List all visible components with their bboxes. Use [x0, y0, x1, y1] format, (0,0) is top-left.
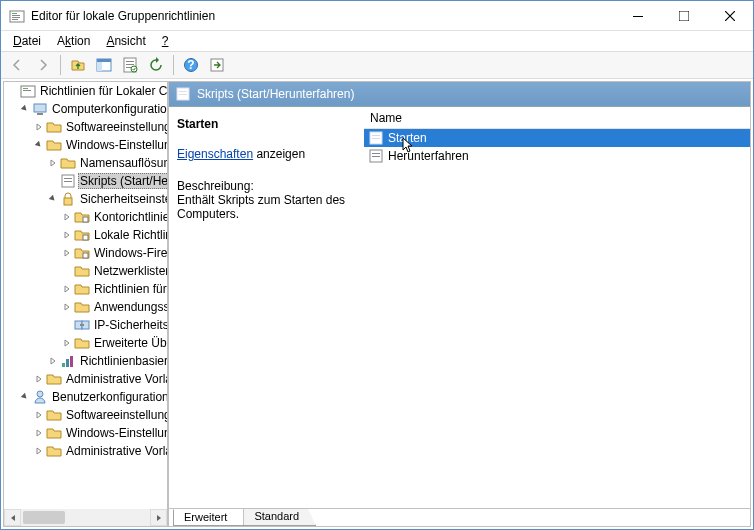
content-title: Skripts (Start/Herunterfahren) [197, 87, 354, 101]
tree-security[interactable]: Sicherheitseinstellungen [4, 190, 167, 208]
properties-link[interactable]: Eigenschaften [177, 147, 253, 161]
folder-icon [74, 299, 90, 315]
svg-rect-1 [12, 13, 17, 14]
list-item-herunterfahren[interactable]: Herunterfahren [364, 147, 750, 165]
selected-item-name: Starten [177, 117, 356, 131]
expand-icon[interactable] [60, 210, 74, 224]
refresh-button[interactable] [144, 53, 168, 77]
tree-view[interactable]: Richtlinien für Lokaler Computer Compute… [4, 82, 167, 509]
folder-icon [74, 263, 90, 279]
svg-rect-24 [64, 178, 72, 179]
computer-icon [32, 101, 48, 117]
svg-rect-12 [126, 64, 134, 65]
svg-rect-13 [126, 67, 131, 68]
scroll-track[interactable] [21, 509, 150, 526]
tree-windows2[interactable]: Windows-Einstellungen [4, 424, 167, 442]
back-button[interactable] [5, 53, 29, 77]
tree-userconfig[interactable]: Benutzerkonfiguration [4, 388, 167, 406]
list-item-label: Starten [388, 131, 427, 145]
tree-admin2[interactable]: Administrative Vorlagen [4, 442, 167, 460]
show-hide-tree-button[interactable] [92, 53, 116, 77]
tree-software2[interactable]: Softwareeinstellungen [4, 406, 167, 424]
collapse-icon[interactable] [18, 390, 32, 404]
expand-icon[interactable] [46, 354, 60, 368]
content-pane: Skripts (Start/Herunterfahren) Starten E… [168, 81, 751, 527]
tree-software1[interactable]: Softwareeinstellungen [4, 118, 167, 136]
menu-help[interactable]: ? [156, 32, 175, 50]
tree-account[interactable]: Kontorichtlinien [4, 208, 167, 226]
folder-icon [46, 443, 62, 459]
content-header: Skripts (Start/Herunterfahren) [169, 82, 750, 107]
svg-rect-39 [179, 94, 187, 95]
toolbar: ? [1, 51, 753, 79]
tree-root[interactable]: Richtlinien für Lokaler Computer [4, 82, 167, 100]
folder-icon [74, 335, 90, 351]
tree-ipsec[interactable]: IP-Sicherheitsrichtlinien [4, 316, 167, 334]
tree-computerconfig[interactable]: Computerkonfiguration [4, 100, 167, 118]
svg-rect-35 [70, 356, 73, 367]
description-column: Starten Eigenschaften anzeigen Beschreib… [169, 107, 364, 508]
tree-local[interactable]: Lokale Richtlinien [4, 226, 167, 244]
tab-standard[interactable]: Standard [243, 509, 316, 526]
tree-pubkey[interactable]: Richtlinien für öffentliche Schlüssel [4, 280, 167, 298]
description-text: Enthält Skripts zum Starten des Computer… [177, 193, 356, 221]
tree-winfw[interactable]: Windows-Firewall [4, 244, 167, 262]
expand-icon[interactable] [60, 228, 74, 242]
svg-rect-9 [97, 62, 102, 71]
menu-action[interactable]: Aktion [51, 32, 96, 50]
svg-rect-20 [23, 90, 31, 91]
svg-rect-0 [10, 11, 24, 22]
menu-view[interactable]: Ansicht [100, 32, 151, 50]
expand-icon[interactable] [32, 444, 46, 458]
content-body: Starten Eigenschaften anzeigen Beschreib… [169, 107, 750, 508]
list-item-label: Herunterfahren [388, 149, 469, 163]
column-header-name[interactable]: Name [364, 107, 750, 129]
close-button[interactable] [707, 1, 753, 31]
expand-icon[interactable] [32, 426, 46, 440]
expand-icon[interactable] [60, 246, 74, 260]
folder-icon [46, 119, 62, 135]
tree-horizontal-scrollbar[interactable] [4, 509, 167, 526]
list-item-starten[interactable]: Starten [364, 129, 750, 147]
tree-policybased[interactable]: Richtlinienbasierter QoS [4, 352, 167, 370]
collapse-icon[interactable] [18, 102, 32, 116]
properties-button[interactable] [118, 53, 142, 77]
ipsec-icon [74, 317, 90, 333]
menu-bar: Datei Aktion Ansicht ? [1, 31, 753, 51]
description-label: Beschreibung: [177, 179, 356, 193]
collapse-icon[interactable] [46, 192, 60, 206]
expand-icon[interactable] [32, 408, 46, 422]
tab-erweitert[interactable]: Erweitert [173, 509, 244, 526]
minimize-button[interactable] [615, 1, 661, 31]
scroll-right-button[interactable] [150, 509, 167, 526]
tree-windows1[interactable]: Windows-Einstellungen [4, 136, 167, 154]
expand-icon[interactable] [32, 120, 46, 134]
scripts-icon [60, 173, 76, 189]
forward-button[interactable] [31, 53, 55, 77]
expand-icon[interactable] [46, 156, 60, 170]
help-button[interactable]: ? [179, 53, 203, 77]
scroll-thumb[interactable] [23, 511, 65, 524]
scroll-left-button[interactable] [4, 509, 21, 526]
tree-scripts[interactable]: Skripts (Start/Herunterfahren) [4, 172, 167, 190]
action-button[interactable] [205, 53, 229, 77]
expand-icon[interactable] [32, 372, 46, 386]
chart-icon [60, 353, 76, 369]
expand-icon[interactable] [60, 300, 74, 314]
svg-rect-32 [80, 324, 84, 326]
maximize-button[interactable] [661, 1, 707, 31]
up-button[interactable] [66, 53, 90, 77]
folder-icon [60, 155, 76, 171]
svg-rect-8 [97, 59, 111, 62]
tree-admin1[interactable]: Administrative Vorlagen [4, 370, 167, 388]
expand-icon[interactable] [60, 336, 74, 350]
expand-icon[interactable] [60, 282, 74, 296]
tree-nameres[interactable]: Namensauflösung [4, 154, 167, 172]
collapse-icon[interactable] [32, 138, 46, 152]
menu-file[interactable]: Datei [7, 32, 47, 50]
tree-apprestrict[interactable]: Anwendungssteuerung [4, 298, 167, 316]
tree-netlist[interactable]: Netzwerklisten [4, 262, 167, 280]
svg-rect-22 [37, 113, 43, 115]
folder-icon [46, 407, 62, 423]
tree-advanced[interactable]: Erweiterte Überwachungsrichtlinien [4, 334, 167, 352]
